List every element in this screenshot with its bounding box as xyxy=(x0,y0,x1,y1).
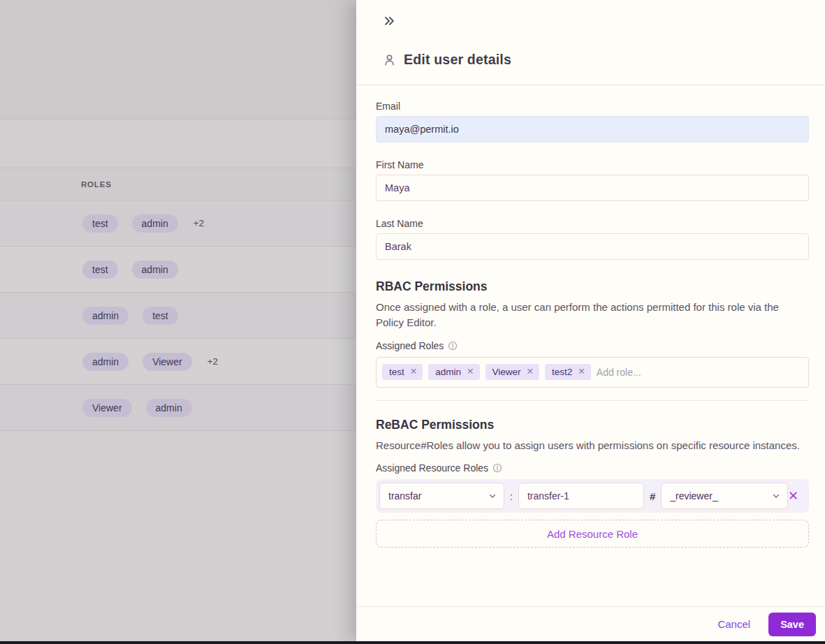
remove-role-icon[interactable]: ✕ xyxy=(467,367,474,376)
chevron-double-right-icon xyxy=(382,14,396,28)
remove-resource-role-button[interactable]: ✕ xyxy=(788,490,798,502)
role-chip-label: admin xyxy=(435,367,461,377)
resource-role-select[interactable]: _reviewer_ xyxy=(661,483,788,509)
role-chip-test: test ✕ xyxy=(382,364,423,380)
collapse-drawer-button[interactable] xyxy=(379,11,399,31)
resource-type-select[interactable]: transfar xyxy=(379,483,504,509)
last-name-input[interactable] xyxy=(376,233,809,260)
assigned-resource-roles-label: Assigned Resource Roles xyxy=(376,462,488,474)
colon-separator: : xyxy=(510,490,513,502)
rbac-description: Once assigned with a role, a user can pe… xyxy=(376,300,809,330)
remove-role-icon[interactable]: ✕ xyxy=(527,367,534,376)
chevron-down-icon xyxy=(488,492,497,500)
edit-user-drawer: Edit user details Email First Name Last … xyxy=(356,0,825,644)
chevron-down-icon xyxy=(772,492,780,500)
drawer-title-row: Edit user details xyxy=(356,52,825,68)
user-icon xyxy=(383,53,396,66)
cancel-button[interactable]: Cancel xyxy=(717,618,750,630)
rebac-heading: ReBAC Permissions xyxy=(376,418,809,432)
screen: ROLES test admin +2 test admin admin tes… xyxy=(0,0,825,644)
email-label: Email xyxy=(376,101,809,112)
hash-separator: # xyxy=(650,490,655,502)
role-chip-viewer: Viewer ✕ xyxy=(485,364,540,380)
title-divider xyxy=(356,85,825,85)
assigned-roles-label: Assigned Roles xyxy=(376,340,444,351)
rbac-heading: RBAC Permissions xyxy=(376,279,809,294)
role-chip-label: test2 xyxy=(552,367,572,377)
save-button[interactable]: Save xyxy=(768,613,816,636)
role-chip-admin: admin ✕ xyxy=(428,364,479,380)
drawer-title: Edit user details xyxy=(404,52,511,68)
remove-role-icon[interactable]: ✕ xyxy=(578,367,585,376)
bottom-edge-strip xyxy=(0,641,825,644)
add-resource-role-button[interactable]: Add Resource Role xyxy=(376,520,809,548)
section-divider xyxy=(376,400,809,401)
resource-type-value: transfar xyxy=(388,490,421,502)
remove-role-icon[interactable]: ✕ xyxy=(410,367,417,376)
add-role-input[interactable] xyxy=(597,367,803,378)
role-chip-label: test xyxy=(389,367,404,377)
role-chip-test2: test2 ✕ xyxy=(545,364,591,380)
role-chip-label: Viewer xyxy=(492,367,521,377)
assigned-roles-multiselect[interactable]: test ✕ admin ✕ Viewer ✕ test2 ✕ xyxy=(376,357,809,388)
drawer-content: Email First Name Last Name RBAC Permissi… xyxy=(356,101,825,548)
resource-instance-input[interactable] xyxy=(518,483,644,509)
rebac-description: Resource#Roles allow you to assign users… xyxy=(376,438,809,453)
assigned-roles-label-row: Assigned Roles xyxy=(376,340,809,351)
first-name-label: First Name xyxy=(376,159,809,170)
first-name-input[interactable] xyxy=(376,175,809,201)
resource-role-value: _reviewer_ xyxy=(670,490,717,502)
drawer-footer: Cancel Save xyxy=(356,606,825,641)
info-icon xyxy=(492,463,502,473)
info-icon xyxy=(448,341,458,351)
resource-role-row: transfar : # _reviewer_ xyxy=(376,479,809,513)
email-input[interactable] xyxy=(376,116,809,142)
assigned-resource-roles-label-row: Assigned Resource Roles xyxy=(376,462,809,474)
last-name-label: Last Name xyxy=(376,218,809,229)
